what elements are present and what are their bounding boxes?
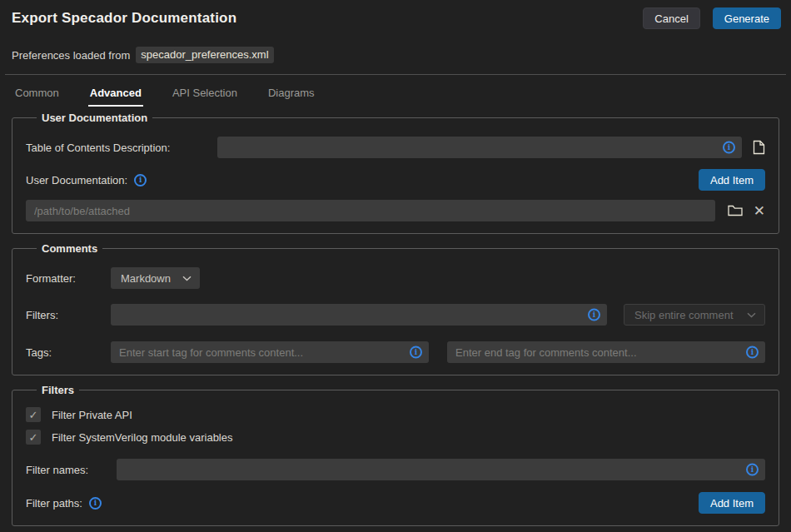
filters-section: Filters Filter Private API Filter System…	[12, 384, 779, 526]
toc-description-field	[217, 137, 742, 158]
filter-names-row: Filter names:	[26, 459, 765, 480]
dialog-header: Export Specador Documentation Cancel Gen…	[0, 0, 791, 29]
filter-names-field	[117, 459, 765, 480]
toc-description-row: Table of Contents Description:	[26, 137, 765, 158]
comments-legend: Comments	[37, 242, 102, 255]
preferences-file-badge: specador_preferences.xml	[136, 47, 273, 63]
info-icon[interactable]	[89, 497, 102, 510]
tab-diagrams[interactable]: Diagrams	[266, 84, 316, 107]
attach-path-input[interactable]	[26, 200, 715, 221]
user-doc-row: User Documentation: Add Item	[26, 169, 765, 191]
attach-path-field	[26, 200, 715, 221]
folder-icon[interactable]	[728, 205, 743, 216]
info-icon[interactable]	[588, 309, 600, 321]
info-icon[interactable]	[410, 346, 422, 359]
page-title: Export Specador Documentation	[12, 10, 643, 27]
filter-private-api-checkbox[interactable]	[26, 407, 41, 422]
info-icon[interactable]	[134, 174, 147, 186]
filter-sv-variables-checkbox[interactable]	[26, 430, 41, 445]
preferences-loaded-text: Preferences loaded from	[12, 49, 130, 62]
start-tag-field	[111, 341, 429, 363]
tags-label: Tags:	[26, 346, 111, 359]
filter-names-input[interactable]	[117, 459, 765, 480]
tags-row: Tags:	[26, 341, 765, 363]
tab-bar: Common Advanced API Selection Diagrams	[13, 84, 791, 107]
formatter-selected-value: Markdown	[121, 272, 171, 285]
filter-sv-variables-label: Filter SystemVerilog module variables	[52, 431, 232, 444]
filter-private-api-row: Filter Private API	[26, 407, 765, 422]
user-doc-add-item-button[interactable]: Add Item	[699, 169, 765, 191]
comment-filters-label: Filters:	[26, 309, 111, 321]
tab-api-selection[interactable]: API Selection	[171, 84, 239, 107]
chevron-down-icon	[747, 312, 756, 318]
preferences-loaded-row: Preferences loaded from specador_prefere…	[12, 47, 779, 63]
generate-button[interactable]: Generate	[713, 7, 781, 29]
close-icon[interactable]: ✕	[754, 204, 765, 218]
comments-section: Comments Formatter: Markdown Filters: Sk…	[12, 242, 779, 375]
info-icon[interactable]	[723, 142, 735, 154]
toc-description-input[interactable]	[217, 137, 742, 158]
skip-comment-select[interactable]: Skip entire comment	[624, 304, 765, 326]
start-tag-input[interactable]	[111, 341, 429, 363]
filter-paths-row: Filter paths: Add Item	[26, 492, 765, 514]
comment-filters-field	[111, 304, 607, 326]
info-icon[interactable]	[746, 346, 759, 359]
user-doc-label: User Documentation:	[26, 174, 127, 186]
end-tag-input[interactable]	[447, 341, 765, 363]
file-icon[interactable]	[753, 140, 765, 155]
comment-filters-row: Filters: Skip entire comment	[26, 304, 765, 326]
user-documentation-section: User Documentation Table of Contents Des…	[12, 112, 779, 234]
comment-filters-input[interactable]	[111, 304, 607, 326]
filter-paths-add-item-button[interactable]: Add Item	[699, 492, 765, 514]
formatter-select[interactable]: Markdown	[111, 267, 200, 289]
tab-advanced[interactable]: Advanced	[88, 84, 143, 107]
end-tag-field	[447, 341, 765, 363]
export-specador-dialog: Export Specador Documentation Cancel Gen…	[0, 0, 791, 532]
user-documentation-legend: User Documentation	[37, 112, 152, 124]
attach-path-row: ✕	[26, 200, 765, 221]
info-icon[interactable]	[746, 464, 759, 476]
filter-private-api-label: Filter Private API	[52, 409, 132, 421]
header-divider	[5, 74, 786, 75]
formatter-label: Formatter:	[26, 272, 111, 285]
chevron-down-icon	[182, 276, 192, 281]
filter-paths-label: Filter paths:	[26, 497, 82, 510]
filters-legend: Filters	[37, 384, 79, 396]
tab-common[interactable]: Common	[13, 84, 61, 107]
cancel-button[interactable]: Cancel	[643, 7, 699, 29]
formatter-row: Formatter: Markdown	[26, 267, 765, 289]
skip-comment-selected-value: Skip entire comment	[634, 309, 734, 321]
filter-sv-variables-row: Filter SystemVerilog module variables	[26, 430, 765, 445]
toc-description-label: Table of Contents Description:	[26, 142, 217, 154]
filter-names-label: Filter names:	[26, 464, 117, 476]
